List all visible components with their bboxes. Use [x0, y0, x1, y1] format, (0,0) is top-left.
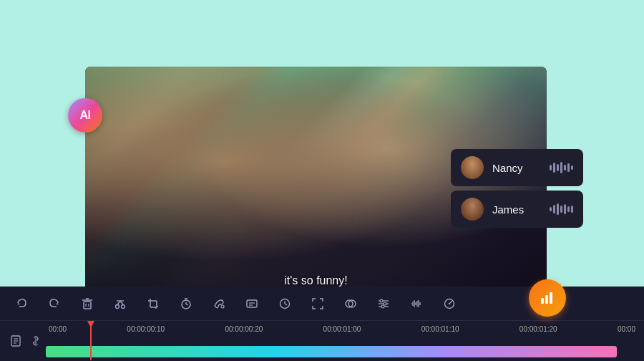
svg-line-20	[186, 304, 188, 305]
analytics-fab-button[interactable]	[529, 279, 566, 317]
svg-point-36	[381, 305, 384, 308]
time-label-5: 00:00:01:20	[519, 325, 557, 333]
clock-button[interactable]	[275, 294, 295, 314]
svg-rect-3	[84, 302, 91, 309]
subtitle-text: it's so funny!	[284, 274, 347, 287]
timer-button[interactable]	[176, 294, 196, 314]
speaker-name-nancy: Nancy	[492, 162, 541, 174]
time-label-0: 00:00	[49, 325, 67, 333]
time-label-6: 00:00	[618, 325, 635, 333]
time-label-3: 00:00:01:00	[323, 325, 361, 333]
audio-waveform-button[interactable]	[406, 294, 426, 314]
crop-button[interactable]	[143, 294, 163, 314]
svg-rect-2	[550, 292, 552, 304]
svg-rect-0	[541, 298, 544, 304]
svg-point-46	[449, 302, 450, 304]
speed-button[interactable]	[439, 294, 459, 314]
ai-badge-label: AI	[80, 109, 91, 122]
timeline-area: 00:00 00:00:00:10 00:00:00:20 00:00:01:0…	[0, 321, 644, 360]
speaker-card-james[interactable]: James	[451, 191, 583, 228]
svg-point-9	[122, 304, 125, 308]
timeline-page-button[interactable]	[6, 331, 26, 351]
svg-point-22	[221, 305, 224, 308]
svg-line-28	[285, 304, 287, 305]
svg-rect-23	[247, 300, 257, 307]
main-container: it's so funny! AI Nancy	[0, 0, 644, 361]
fullscreen-button[interactable]	[308, 294, 328, 314]
time-label-1: 00:00:00:10	[127, 325, 165, 333]
svg-point-8	[116, 304, 119, 308]
speaker-name-james: James	[492, 203, 541, 216]
analytics-icon	[539, 289, 556, 307]
speaker-cards: Nancy James	[451, 149, 583, 228]
paint-button[interactable]	[209, 294, 229, 314]
ai-badge[interactable]: AI	[68, 98, 102, 133]
overlay-button[interactable]	[341, 294, 361, 314]
eq-settings-button[interactable]	[374, 294, 394, 314]
playhead[interactable]	[90, 321, 92, 360]
waveform-james	[550, 203, 573, 215]
cut-button[interactable]	[110, 294, 130, 314]
track-bar	[46, 346, 617, 357]
svg-line-10	[117, 301, 120, 305]
delete-button[interactable]	[77, 294, 97, 314]
speaker-card-nancy[interactable]: Nancy	[451, 149, 583, 186]
time-label-2: 00:00:00:20	[225, 325, 263, 333]
timeline-ruler[interactable]: 00:00 00:00:00:10 00:00:00:20 00:00:01:0…	[46, 321, 638, 360]
svg-rect-13	[150, 301, 157, 307]
time-label-4: 00:00:01:10	[421, 325, 459, 333]
svg-line-11	[120, 301, 123, 305]
undo-button[interactable]	[11, 294, 31, 314]
avatar-james	[461, 198, 484, 221]
waveform-nancy	[550, 162, 573, 173]
avatar-nancy	[461, 156, 484, 179]
timeline-container: 00:00 00:00:00:10 00:00:00:20 00:00:01:0…	[0, 321, 644, 360]
svg-point-35	[384, 302, 386, 305]
svg-rect-1	[545, 295, 548, 304]
redo-button[interactable]	[44, 294, 64, 314]
timeline-link-button[interactable]	[26, 331, 46, 351]
caption-button[interactable]	[242, 294, 262, 314]
svg-point-34	[380, 299, 383, 302]
